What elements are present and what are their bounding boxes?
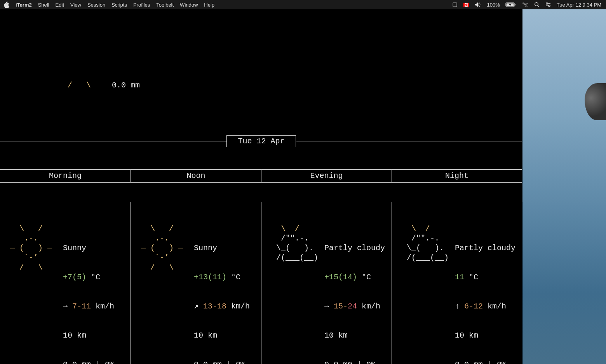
precip-text: 0.0 mm | 0% (455, 360, 522, 364)
menu-scripts[interactable]: Scripts (111, 2, 127, 8)
ascii-art-line: /(___(__) (267, 253, 324, 263)
condition-text: Sunny (194, 243, 261, 253)
menu-shell[interactable]: Shell (38, 2, 49, 8)
apple-menu-icon[interactable] (4, 2, 9, 8)
precip-text: 0.0 mm | 0% (63, 360, 131, 364)
wind-text: → 7-11 km/h (63, 301, 131, 311)
desktop-wallpaper (522, 9, 606, 364)
battery-percent[interactable]: 100% (487, 2, 500, 8)
weather-ascii-art: \ / .-. ― ( ) ― `-’ / \ (131, 224, 194, 364)
ascii-art-line (267, 263, 324, 272)
ascii-art-line: / \ (5, 263, 63, 272)
temperature-text: +15(14) °C (324, 272, 392, 282)
menu-help[interactable]: Help (204, 2, 214, 8)
precip-text: 0.0 mm | 0% (324, 360, 392, 364)
weather-ascii-art: \ / .-. ― ( ) ― `-’ / \ (0, 224, 63, 364)
wallpaper-rock (585, 83, 606, 120)
prev-output-fragment: / \ 0.0 mm (0, 71, 522, 80)
temperature-text: +13(11) °C (194, 272, 261, 282)
condition-text: Partly cloudy (324, 243, 392, 253)
date-row: Tue 12 Apr (0, 132, 522, 150)
ascii-art-line: \ / (5, 224, 63, 233)
svg-rect-2 (515, 4, 515, 5)
menu-view[interactable]: View (70, 2, 81, 8)
weather-ascii-art: \ / _ /"".-. \_( ). /(___(__) (392, 224, 455, 364)
forecast-cell: \ / .-. ― ( ) ― `-’ / \ Sunny +7(5) °C →… (0, 202, 131, 364)
search-icon[interactable] (534, 2, 540, 7)
period-header: Noon (131, 170, 261, 182)
svg-line-7 (538, 6, 539, 7)
wind-text: ↗ 13-18 km/h (194, 301, 261, 311)
visibility-text: 10 km (194, 331, 261, 340)
ascii-art-line: / \ (136, 263, 194, 272)
temperature-text: 11 °C (455, 272, 522, 282)
condition-text: Sunny (63, 243, 131, 253)
forecast-cell: \ / _ /"".-. \_( ). /(___(__) Partly clo… (261, 202, 392, 364)
ascii-art-line: ― ( ) ― (136, 243, 194, 253)
menu-session[interactable]: Session (87, 2, 105, 8)
svg-point-11 (549, 5, 550, 7)
ascii-art-line: ― ( ) ― (5, 243, 63, 253)
forecast-cell: \ / _ /"".-. \_( ). /(___(__) Partly clo… (392, 202, 522, 364)
period-header: Evening (261, 170, 392, 182)
menubar-extra-icon[interactable] (452, 2, 458, 7)
ascii-art-line: \_( ). (267, 243, 324, 253)
svg-point-6 (535, 3, 538, 6)
period-headers: MorningNoonEveningNight (0, 169, 522, 183)
ascii-art-line: `-’ (136, 253, 194, 263)
ascii-art-line: \ / (397, 224, 455, 233)
ascii-art-line: `-’ (5, 253, 63, 263)
period-header: Morning (0, 170, 131, 182)
macos-menubar: iTerm2 Shell Edit View Session Scripts P… (0, 0, 606, 9)
temperature-text: +7(5) °C (63, 272, 131, 282)
ascii-art-line: .-. (136, 233, 194, 243)
period-body: \ / .-. ― ( ) ― `-’ / \ Sunny +7(5) °C →… (0, 202, 522, 364)
ascii-art-line: \_( ). (397, 243, 455, 253)
svg-point-4 (525, 6, 526, 7)
forecast-cell: \ / .-. ― ( ) ― `-’ / \ Sunny +13(11) °C… (131, 202, 261, 364)
date-box: Tue 12 Apr (226, 135, 296, 147)
svg-point-9 (546, 3, 548, 4)
menu-window[interactable]: Window (180, 2, 198, 8)
condition-text: Partly cloudy (455, 243, 522, 253)
ascii-art-line: .-. (5, 233, 63, 243)
weather-ascii-art: \ / _ /"".-. \_( ). /(___(__) (261, 224, 324, 364)
speaker-icon[interactable] (475, 2, 482, 7)
visibility-text: 10 km (455, 331, 522, 340)
svg-rect-0 (453, 3, 457, 7)
ascii-art-line (397, 263, 455, 272)
battery-charging-icon[interactable] (505, 2, 516, 7)
terminal-window[interactable]: / \ 0.0 mm Tue 12 Apr MorningNoonEvening… (0, 9, 522, 364)
period-header: Night (392, 170, 522, 182)
visibility-text: 10 km (63, 331, 131, 340)
precip-text: 0.0 mm | 0% (194, 360, 261, 364)
input-flag-icon[interactable]: 🇨🇦 (463, 2, 469, 8)
ascii-art-line: \ / (136, 224, 194, 233)
menu-toolbelt[interactable]: Toolbelt (156, 2, 174, 8)
ascii-art-line: _ /"".-. (397, 233, 455, 243)
forecast-day: Tue 12 Apr MorningNoonEveningNight \ / .… (0, 113, 522, 364)
wind-text: ↑ 6-12 km/h (455, 301, 522, 311)
wind-text: → 15-24 km/h (324, 301, 392, 311)
menubar-clock[interactable]: Tue Apr 12 9:34 PM (557, 2, 601, 8)
ascii-art-line: \ / (267, 224, 324, 233)
menubar-appname[interactable]: iTerm2 (16, 2, 32, 8)
ascii-art-line: _ /"".-. (267, 233, 324, 243)
menu-edit[interactable]: Edit (56, 2, 64, 8)
ascii-art-line: /(___(__) (397, 253, 455, 263)
control-center-icon[interactable] (545, 2, 551, 7)
visibility-text: 10 km (324, 331, 392, 340)
wifi-off-icon[interactable] (522, 2, 529, 7)
menu-profiles[interactable]: Profiles (133, 2, 150, 8)
